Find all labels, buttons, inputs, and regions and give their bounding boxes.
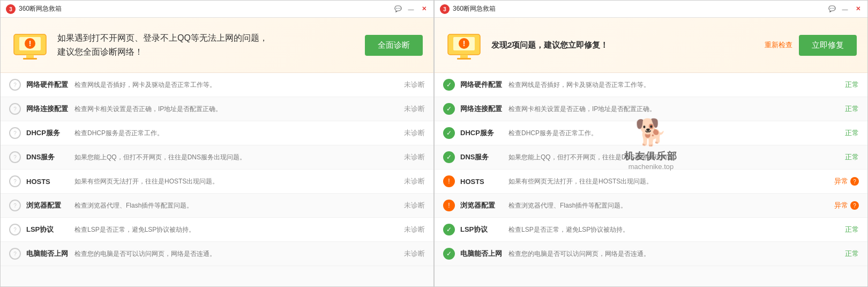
status-icon-browser: ?	[9, 200, 21, 211]
item-name-dhcp: DHCP服务	[26, 128, 74, 138]
item-row-browser: ?浏览器配置检查浏览器代理、Flash插件等配置问题。未诊断	[1, 194, 433, 218]
item-result-hosts: 未诊断	[387, 176, 425, 186]
item-name-browser: 浏览器配置	[460, 201, 508, 210]
svg-text:!: !	[29, 39, 32, 48]
banner-text-left: 如果遇到打不开网页、登录不上QQ等无法上网的问题， 建议您全面诊断网络！	[57, 31, 365, 58]
banner-line2: 建议您全面诊断网络！	[57, 45, 365, 59]
item-result-browser: 未诊断	[387, 201, 425, 210]
item-row-hosts: ?HOSTS如果有些网页无法打开，往往是HOSTS出现问题。未诊断	[1, 170, 433, 194]
svg-text:!: !	[463, 39, 466, 48]
item-result-hw: 未诊断	[387, 80, 425, 90]
minimize-btn-left[interactable]: —	[407, 5, 415, 13]
svg-rect-13	[457, 58, 471, 60]
item-result-browser: 异常?	[821, 201, 859, 210]
item-result-online: 正常	[821, 249, 859, 259]
item-name-lsp: LSP协议	[26, 225, 74, 234]
status-icon-dhcp: ?	[9, 127, 21, 139]
titlebar-right: 3 360断网急救箱 💬 — ✕	[435, 1, 867, 18]
titlebar-controls-left: 💬 — ✕	[394, 5, 428, 13]
status-icon-dhcp: ✓	[443, 127, 455, 139]
item-result-lsp: 未诊断	[387, 225, 425, 234]
item-desc-dhcp: 检查DHCP服务是否正常工作。	[74, 129, 387, 138]
item-desc-online: 检查您的电脑是否可以访问网页，网络是否连通。	[508, 249, 821, 259]
message-btn-right[interactable]: 💬	[828, 5, 836, 13]
status-icon-hw: ?	[9, 79, 21, 91]
svg-text:3: 3	[9, 6, 12, 12]
item-desc-net: 检查网卡相关设置是否正确，IP地址是否配置正确。	[508, 105, 821, 114]
status-icon-online: ✓	[443, 248, 455, 260]
item-row-online: ?电脑能否上网检查您的电脑是否可以访问网页，网络是否连通。未诊断	[1, 242, 433, 266]
banner-right: ! 发现2项问题，建议您立即修复！ 重新检查 立即修复	[435, 18, 867, 73]
item-name-online: 电脑能否上网	[26, 249, 74, 259]
item-row-dns: ?DNS服务如果您能上QQ，但打不开网页，往往是DNS服务出现问题。未诊断	[1, 145, 433, 170]
status-icon-hw: ✓	[443, 79, 455, 91]
titlebar-controls-right: 💬 — ✕	[828, 5, 862, 13]
svg-rect-4	[26, 55, 34, 58]
help-icon-hosts[interactable]: ?	[850, 177, 859, 186]
diagnose-button[interactable]: 全面诊断	[365, 35, 423, 56]
banner-illustration-right: !	[445, 26, 483, 64]
item-desc-dns: 如果您能上QQ，但打不开网页，往往是DNS服务出现问题。	[74, 153, 387, 162]
item-row-dns: ✓DNS服务如果您能上QQ，但打不开网页，往往是DNS服务出现问题。正常	[435, 145, 867, 170]
item-row-hosts: !HOSTS如果有些网页无法打开，往往是HOSTS出现问题。异常?	[435, 170, 867, 194]
minimize-btn-right[interactable]: —	[841, 5, 849, 13]
item-name-lsp: LSP协议	[460, 225, 508, 234]
item-row-net: ✓网络连接配置检查网卡相关设置是否正确，IP地址是否配置正确。正常	[435, 97, 867, 121]
banner-text-right: 发现2项问题，建议您立即修复！	[491, 38, 765, 52]
banner-actions-left: 全面诊断	[365, 35, 423, 56]
banner-line1: 如果遇到打不开网页、登录不上QQ等无法上网的问题，	[57, 31, 365, 45]
item-result-online: 未诊断	[387, 249, 425, 259]
item-desc-hosts: 如果有些网页无法打开，往往是HOSTS出现问题。	[508, 177, 821, 186]
window-title-left: 360断网急救箱	[19, 4, 394, 13]
item-row-dhcp: ✓DHCP服务检查DHCP服务是否正常工作。正常	[435, 121, 867, 145]
window-right: 3 360断网急救箱 💬 — ✕ ! 发现2项问题，建议您立即修复！ 重新检查 …	[434, 0, 868, 287]
item-desc-hw: 检查网线是否插好，网卡及驱动是否正常工作等。	[74, 80, 387, 90]
svg-rect-12	[460, 55, 468, 58]
status-icon-lsp: ✓	[443, 224, 455, 236]
banner-left: ! 如果遇到打不开网页、登录不上QQ等无法上网的问题， 建议您全面诊断网络！ 全…	[1, 18, 433, 73]
item-name-net: 网络连接配置	[460, 104, 508, 114]
item-desc-online: 检查您的电脑是否可以访问网页，网络是否连通。	[74, 249, 387, 259]
item-name-hosts: HOSTS	[26, 178, 74, 186]
item-result-hw: 正常	[821, 80, 859, 90]
item-result-net: 正常	[821, 104, 859, 114]
item-row-online: ✓电脑能否上网检查您的电脑是否可以访问网页，网络是否连通。正常	[435, 242, 867, 266]
result-wrapper-browser: 异常?	[821, 201, 859, 210]
message-btn-left[interactable]: 💬	[394, 5, 402, 13]
close-btn-left[interactable]: ✕	[420, 5, 428, 13]
item-name-browser: 浏览器配置	[26, 201, 74, 210]
result-text-hosts: 异常	[834, 176, 848, 186]
item-name-hw: 网络硬件配置	[26, 80, 74, 90]
result-text-browser: 异常	[834, 201, 848, 210]
titlebar-left: 3 360断网急救箱 💬 — ✕	[1, 1, 433, 18]
item-desc-dhcp: 检查DHCP服务是否正常工作。	[508, 129, 821, 138]
help-icon-browser[interactable]: ?	[850, 201, 859, 210]
item-name-dhcp: DHCP服务	[460, 128, 508, 138]
item-result-dhcp: 正常	[821, 128, 859, 138]
result-wrapper-hosts: 异常?	[821, 176, 859, 186]
recheck-button[interactable]: 重新检查	[765, 40, 792, 50]
item-desc-lsp: 检查LSP是否正常，避免LSP协议被劫持。	[74, 225, 387, 234]
svg-rect-5	[23, 58, 37, 60]
item-name-dns: DNS服务	[26, 152, 74, 162]
item-result-hosts: 异常?	[821, 176, 859, 186]
item-row-hw: ✓网络硬件配置检查网线是否插好，网卡及驱动是否正常工作等。正常	[435, 73, 867, 97]
item-result-dns: 正常	[821, 152, 859, 162]
status-icon-dns: ?	[9, 151, 21, 163]
fix-button[interactable]: 立即修复	[799, 35, 857, 56]
window-title-right: 360断网急救箱	[453, 4, 828, 13]
banner-actions-right: 重新检查 立即修复	[765, 35, 857, 56]
close-btn-right[interactable]: ✕	[854, 5, 862, 13]
svg-text:3: 3	[443, 6, 446, 12]
item-result-dhcp: 未诊断	[387, 128, 425, 138]
status-icon-hosts: !	[443, 175, 455, 187]
status-icon-lsp: ?	[9, 224, 21, 236]
item-result-lsp: 正常	[821, 225, 859, 234]
status-icon-net: ✓	[443, 103, 455, 115]
item-name-online: 电脑能否上网	[460, 249, 508, 259]
status-icon-dns: ✓	[443, 151, 455, 163]
item-desc-hosts: 如果有些网页无法打开，往往是HOSTS出现问题。	[74, 177, 387, 186]
item-row-hw: ?网络硬件配置检查网线是否插好，网卡及驱动是否正常工作等。未诊断	[1, 73, 433, 97]
banner-illustration-left: !	[11, 26, 49, 64]
status-icon-browser: !	[443, 200, 455, 211]
